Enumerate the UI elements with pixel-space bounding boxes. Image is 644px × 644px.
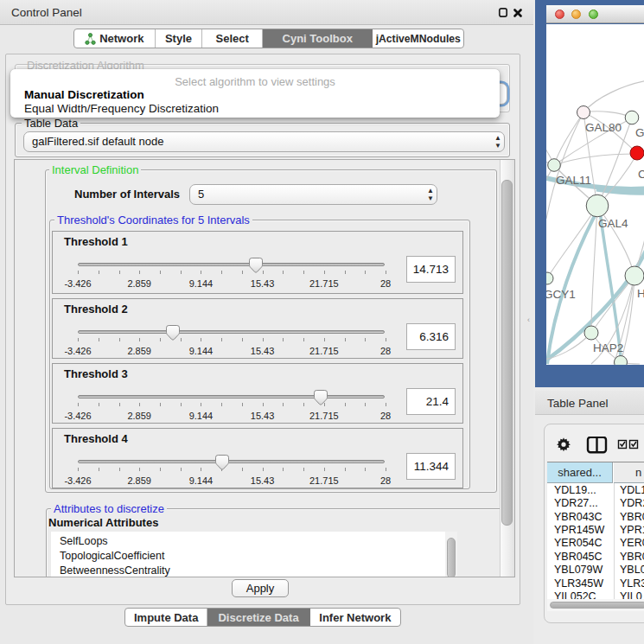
svg-text:GAL: GAL bbox=[635, 126, 644, 139]
svg-text:GAL11: GAL11 bbox=[556, 174, 591, 187]
svg-text:GAL4: GAL4 bbox=[598, 217, 628, 230]
svg-text:GCY1: GCY1 bbox=[546, 288, 576, 301]
svg-text:HAP2: HAP2 bbox=[593, 341, 623, 354]
svg-text:HI: HI bbox=[637, 287, 644, 300]
svg-text:C: C bbox=[638, 168, 644, 181]
svg-text:GAL80: GAL80 bbox=[585, 121, 622, 134]
